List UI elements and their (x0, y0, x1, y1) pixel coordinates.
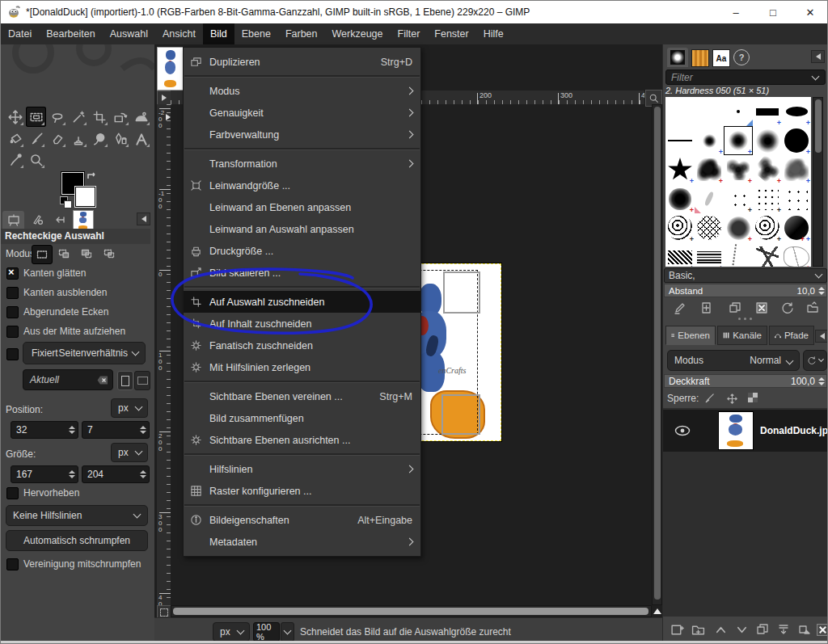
menu-item-transformation[interactable]: Transformation (184, 153, 420, 175)
close-button[interactable]: ✕ (795, 1, 826, 23)
clone-tool[interactable] (68, 128, 88, 149)
refresh-brushes-icon[interactable] (779, 300, 796, 316)
layer-mode-dropdown[interactable]: Modus Normal (667, 350, 800, 371)
bucket-fill-tool[interactable] (5, 128, 25, 149)
background-color-swatch[interactable] (75, 187, 95, 207)
rectangle-select-tool[interactable] (26, 107, 46, 127)
raise-layer-icon[interactable] (712, 621, 729, 638)
layer-thumbnail[interactable] (718, 411, 754, 450)
dock-splitter-handle[interactable] (738, 318, 754, 322)
brush-thumbnail[interactable]: + (665, 242, 695, 267)
brush-thumbnail[interactable]: + (695, 155, 724, 184)
delete-brush-icon[interactable] (754, 300, 770, 316)
menu-item-auf-inhalt-zuschneiden[interactable]: Auf Inhalt zuschneiden (184, 313, 420, 335)
menu-item-auf-auswahl-zuschneiden[interactable]: Auf Auswahl zuschneiden (184, 291, 420, 313)
menubar-bild[interactable]: Bild (203, 23, 234, 44)
menu-item-genauigkeit[interactable]: Genauigkeit (184, 102, 420, 124)
zoom-tool[interactable] (26, 149, 46, 170)
menu-item-bild-skalieren[interactable]: Bild skalieren ... (184, 262, 420, 284)
edit-brush-icon[interactable] (672, 300, 688, 316)
free-select-tool[interactable] (47, 107, 67, 127)
vertical-scrollbar-thumb[interactable] (654, 107, 661, 600)
menu-item-druckgroesse[interactable]: Druckgröße ... (184, 240, 420, 262)
brush-thumbnail[interactable]: + (724, 155, 753, 184)
brush-thumbnail[interactable]: + (782, 242, 811, 267)
transform-tool[interactable] (110, 107, 130, 127)
new-layer-group-icon[interactable] (690, 621, 706, 638)
size-height-field[interactable]: 204 (82, 465, 150, 483)
brush-thumbnail[interactable]: + (753, 213, 782, 242)
brush-thumbnail[interactable]: ++ (782, 213, 811, 242)
menu-item-duplizieren[interactable]: Duplizieren Strg+D (184, 51, 420, 73)
menubar-werkzeuge[interactable]: Werkzeuge (325, 23, 391, 44)
lower-layer-icon[interactable] (733, 621, 750, 638)
spinner-arrows-icon[interactable] (69, 470, 75, 478)
new-layer-icon[interactable] (669, 621, 685, 638)
menubar-ansicht[interactable]: Ansicht (155, 23, 203, 44)
guides-dropdown[interactable]: Keine Hilfslinien (6, 505, 148, 526)
layer-mask-icon[interactable] (796, 621, 813, 638)
brush-thumbnail[interactable] (753, 126, 782, 155)
tab-layers[interactable]: Ebenen (665, 326, 716, 345)
paintbrush-tool[interactable] (26, 128, 46, 149)
canvas-navigation-icon[interactable] (652, 605, 662, 617)
position-unit-dropdown[interactable]: px (111, 398, 148, 418)
menubar-fenster[interactable]: Fenster (427, 23, 475, 44)
tab-tool-options[interactable] (2, 211, 24, 229)
menu-item-fanatisch-zuschneiden[interactable]: Fanatisch zuschneiden (184, 335, 420, 356)
menu-item-farbverwaltung[interactable]: Farbverwaltung (184, 124, 420, 145)
antialias-checkbox[interactable] (6, 267, 19, 280)
brush-thumbnail[interactable] (753, 242, 782, 267)
tab-brushes[interactable] (667, 48, 688, 67)
horizontal-scrollbar-thumb[interactable] (173, 608, 648, 615)
brush-thumbnail[interactable] (695, 97, 724, 126)
menubar-hilfe[interactable]: Hilfe (476, 23, 511, 44)
menu-item-sichtbare-ebenen-vereinen[interactable]: Sichtbare Ebenen vereinen ... Strg+M (184, 385, 420, 407)
layer-row-donaldduck[interactable]: DonaldDuck.jp (663, 410, 828, 452)
horizontal-scrollbar[interactable] (171, 605, 652, 617)
spinner-arrows-icon[interactable] (140, 426, 146, 434)
menubar-filter[interactable]: Filter (391, 23, 428, 44)
brush-thumbnail[interactable]: + (753, 155, 782, 184)
menubar-datei[interactable]: Datei (1, 23, 39, 44)
spinner-arrows-icon[interactable] (818, 287, 825, 295)
brush-scrollbar[interactable] (813, 97, 823, 267)
duplicate-layer-icon[interactable] (754, 621, 771, 638)
menu-item-mit-hilfslinien-zerlegen[interactable]: Mit Hilfslinien zerlegen (184, 356, 420, 378)
mode-intersect-button[interactable] (99, 245, 119, 263)
menubar-auswahl[interactable]: Auswahl (103, 23, 155, 44)
canvas-menu-icon[interactable] (157, 90, 171, 105)
vertical-ruler[interactable]: -200 -100 0 100 200 300 400 (157, 104, 171, 605)
selection-handle-bottom-right[interactable] (441, 394, 480, 435)
color-picker-tool[interactable] (5, 149, 25, 170)
brush-thumbnail[interactable]: + (753, 184, 782, 213)
minimize-button[interactable]: – (720, 1, 751, 23)
ink-tool[interactable] (110, 128, 130, 149)
menu-item-hilfslinien[interactable]: Hilfslinien (184, 458, 420, 480)
zoom-level-field[interactable]: 100 % (253, 622, 280, 642)
shrink-merged-checkbox[interactable] (6, 558, 19, 570)
brush-thumbnail[interactable]: + (724, 184, 753, 213)
menubar-farben[interactable]: Farben (278, 23, 325, 44)
brush-thumbnail[interactable]: + (782, 155, 811, 184)
fixed-aspect-dropdown[interactable]: Fixiert Seitenverhältnis (23, 342, 146, 364)
highlight-checkbox[interactable] (6, 487, 19, 499)
brush-thumbnail[interactable]: + (695, 242, 724, 267)
mode-replace-button[interactable] (32, 245, 53, 264)
brush-thumbnail[interactable]: + (665, 184, 695, 213)
duplicate-brush-icon[interactable] (727, 300, 743, 316)
selection-handle-top-right[interactable] (443, 271, 480, 314)
feather-checkbox[interactable] (6, 287, 19, 299)
brush-thumbnail[interactable]: + (782, 97, 811, 126)
tab-device-status[interactable] (26, 211, 48, 229)
menu-item-bild-zusammenfuegen[interactable]: Bild zusammenfügen (184, 407, 420, 429)
new-brush-icon[interactable] (699, 300, 715, 316)
brush-thumbnail[interactable] (724, 242, 753, 267)
window-resize-edge[interactable] (1, 641, 828, 644)
brush-spacing-slider[interactable]: Abstand 10,0 (664, 284, 827, 297)
menu-item-leinwand-an-auswahl[interactable]: Leinwand an Auswahl anpassen (184, 218, 420, 240)
brush-thumbnail[interactable] (695, 184, 724, 213)
lock-alpha-icon[interactable] (748, 393, 758, 402)
menu-item-modus[interactable]: Modus (184, 80, 420, 102)
size-unit-dropdown[interactable]: px (111, 443, 148, 462)
